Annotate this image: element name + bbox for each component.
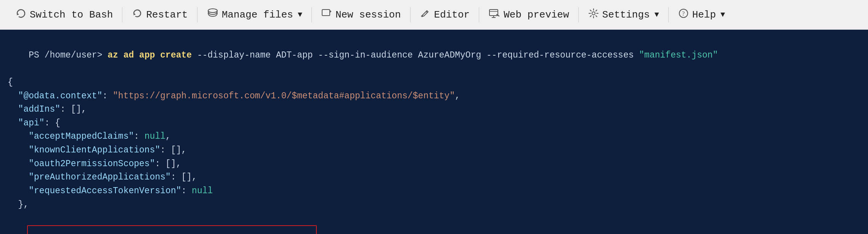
sep2 — [197, 7, 197, 22]
restart-icon — [132, 8, 143, 22]
help-caret: ▼ — [720, 10, 725, 19]
restart-label: Restart — [146, 9, 188, 21]
manage-files-label: Manage files — [222, 9, 293, 21]
manage-files-caret: ▼ — [298, 10, 302, 19]
toolbar: Switch to Bash Restart Manage files ▼ — [0, 0, 868, 30]
editor-icon — [420, 8, 431, 22]
restart-button[interactable]: Restart — [123, 0, 196, 29]
svg-point-2 — [208, 9, 217, 13]
help-label: Help — [692, 9, 716, 21]
svg-point-12 — [592, 12, 595, 15]
help-icon: ? — [678, 8, 689, 22]
settings-label: Settings — [602, 9, 650, 21]
svg-marker-0 — [17, 13, 19, 15]
web-preview-icon — [488, 8, 501, 22]
settings-icon — [588, 8, 599, 22]
web-preview-label: Web preview — [504, 9, 569, 21]
cmd-az: az ad app create — [107, 50, 192, 60]
sep5 — [479, 7, 479, 22]
output-line-6: "oauth2PermissionScopes": [], — [8, 157, 860, 171]
sep1 — [122, 7, 122, 22]
output-line-9: }, — [8, 198, 860, 212]
new-session-button[interactable]: New session — [313, 0, 409, 29]
output-line-3: "api": { — [8, 117, 860, 130]
sep4 — [410, 7, 411, 22]
output-line-2: "addIns": [], — [8, 103, 860, 117]
output-appid-line: "appId": "00001111-aaaa-2222-bbbb-3333cc… — [8, 212, 860, 234]
sep3 — [311, 7, 312, 22]
switch-icon — [15, 8, 27, 22]
help-button[interactable]: ? Help ▼ — [669, 0, 733, 29]
terminal: PS /home/user> az ad app create --displa… — [0, 30, 868, 234]
output-line-0: { — [8, 76, 860, 90]
new-session-label: New session — [335, 9, 401, 21]
settings-caret: ▼ — [655, 10, 659, 19]
switch-bash-button[interactable]: Switch to Bash — [7, 0, 121, 29]
new-session-icon — [321, 8, 332, 22]
editor-button[interactable]: Editor — [411, 0, 478, 29]
svg-marker-1 — [133, 13, 136, 15]
sep7 — [668, 7, 669, 22]
svg-text:?: ? — [682, 10, 685, 17]
output-line-7: "preAuthorizedApplications": [], — [8, 171, 860, 184]
output-line-5: "knownClientApplications": [], — [8, 144, 860, 157]
output-line-8: "requestedAccessTokenVersion": null — [8, 184, 860, 198]
prompt: PS /home/user> — [29, 50, 107, 60]
switch-bash-label: Switch to Bash — [30, 9, 113, 21]
svg-line-6 — [426, 11, 427, 13]
editor-label: Editor — [434, 9, 470, 21]
cmd-manifest: "manifest.json" — [639, 50, 718, 60]
command-line: PS /home/user> az ad app create --displa… — [8, 35, 860, 76]
cmd-rest: --display-name ADT-app --sign-in-audienc… — [192, 50, 639, 60]
web-preview-button[interactable]: Web preview — [480, 0, 578, 29]
manage-files-icon — [207, 8, 219, 22]
manage-files-button[interactable]: Manage files ▼ — [198, 0, 311, 29]
svg-rect-3 — [322, 10, 330, 16]
output-line-1: "@odata.context": "https://graph.microso… — [8, 90, 860, 103]
settings-button[interactable]: Settings ▼ — [579, 0, 667, 29]
output-line-4: "acceptMappedClaims": null, — [8, 130, 860, 144]
sep6 — [578, 7, 579, 22]
